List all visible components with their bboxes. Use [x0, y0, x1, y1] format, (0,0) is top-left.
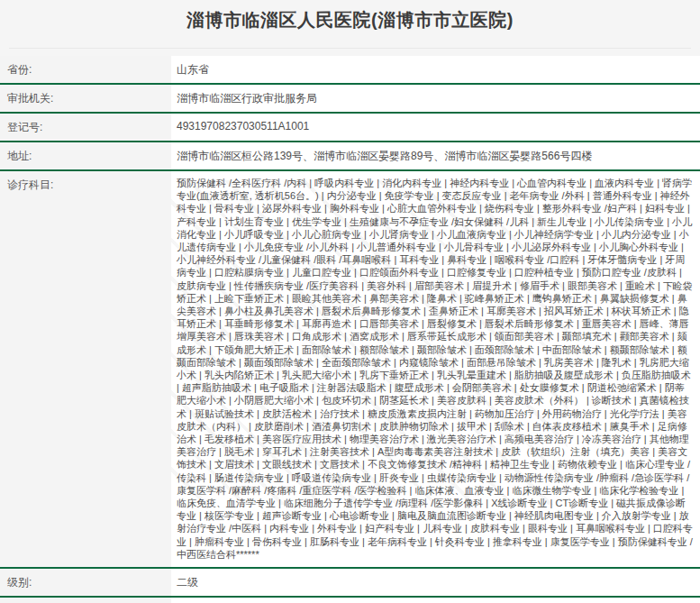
- table-row-level: 级别: 二级: [0, 569, 700, 598]
- info-table: 省份: 山东省 审批机关: 淄博市临淄区行政审批服务局 登记号: 4931970…: [0, 56, 700, 603]
- hospital-info-page: 淄博市临淄区人民医院(淄博市市立医院) 省份: 山东省 审批机关: 淄博市临淄区…: [0, 0, 700, 603]
- row-label: 省份:: [0, 56, 171, 83]
- row-value: 49319708237030511A1001: [171, 114, 700, 141]
- row-value: 二级: [171, 569, 700, 596]
- row-value: 山东省: [171, 56, 700, 83]
- row-value: 预防保健科 /全科医疗科 /内科 | 呼吸内科专业 | 消化内科专业 | 神经内…: [171, 171, 700, 567]
- table-row-registration-number: 登记号: 49319708237030511A1001: [0, 114, 700, 142]
- table-row-clinical-departments: 诊疗科目: 预防保健科 /全科医疗科 /内科 | 呼吸内科专业 | 消化内科专业…: [0, 171, 700, 569]
- table-row-address: 地址: 淄博市临淄区桓公路139号、淄博市临淄区晏婴路89号、淄博市临淄区晏婴路…: [0, 142, 700, 171]
- row-label: 地址:: [0, 142, 171, 169]
- row-label: 级别:: [0, 569, 171, 596]
- row-label: 诊疗科目:: [0, 171, 171, 567]
- table-row-approval-authority: 审批机关: 淄博市临淄区行政审批服务局: [0, 85, 700, 114]
- row-label: 审批机关:: [0, 85, 171, 112]
- page-title: 淄博市临淄区人民医院(淄博市市立医院): [0, 0, 700, 32]
- row-value: 淄博市临淄区行政审批服务局: [171, 85, 700, 112]
- row-label: 登记号:: [0, 114, 171, 141]
- row-label: 法人:: [0, 598, 171, 603]
- row-value: 淄博市临淄区桓公路139号、淄博市临淄区晏婴路89号、淄博市临淄区晏婴路566号…: [171, 142, 700, 169]
- table-row-legal-person: 法人: 齐湘杰: [0, 598, 700, 603]
- title-band: 淄博市临淄区人民医院(淄博市市立医院): [0, 0, 700, 56]
- row-value: 齐湘杰: [171, 598, 700, 603]
- table-row-province: 省份: 山东省: [0, 56, 700, 85]
